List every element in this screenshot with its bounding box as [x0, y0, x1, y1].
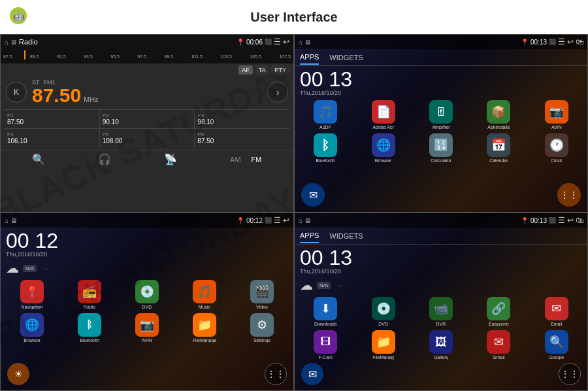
rec-icon-4: ⬛: [549, 217, 556, 224]
menu-icon-4[interactable]: ☰: [558, 216, 565, 225]
app-browser-home[interactable]: 🌐 Browser: [5, 313, 59, 343]
app-filemanage-home[interactable]: 📁 FileManage: [177, 313, 232, 343]
app-google[interactable]: 🔍 Google: [530, 330, 583, 360]
app-video[interactable]: 🎬 Video: [235, 280, 289, 309]
fm-label[interactable]: FM: [252, 156, 262, 163]
app-easyconn[interactable]: 🔗 Easyconn: [472, 297, 525, 326]
grid2-float-icon[interactable]: ⋮⋮: [265, 363, 287, 385]
clock-label: Clock: [551, 158, 563, 163]
a2dp-icon: 🎵: [314, 100, 337, 124]
home-icon[interactable]: ⌂: [5, 39, 8, 46]
clock-time-bottom: 00 13: [300, 247, 582, 268]
back-icon-3[interactable]: ↩: [283, 216, 289, 225]
app-dvr[interactable]: 📹 DVR: [414, 297, 468, 326]
k-button[interactable]: K: [6, 82, 27, 103]
grid3-float-icon[interactable]: ⋮⋮: [559, 363, 581, 385]
headphone-icon[interactable]: 🎧: [98, 153, 111, 165]
dvd-label: DVD: [142, 305, 152, 309]
app-email[interactable]: ✉ Email: [530, 297, 583, 326]
pty-button[interactable]: PTY: [271, 65, 289, 75]
app-downloads[interactable]: ⬇ Downloads: [299, 297, 352, 326]
app-navigation[interactable]: 📍 Navigation: [5, 280, 59, 309]
app-gallery[interactable]: 🖼 Gallery: [414, 330, 468, 360]
preset-5[interactable]: P5 108.00: [100, 129, 195, 147]
preset-2[interactable]: P2 90.10: [100, 110, 195, 128]
af-button[interactable]: AF: [238, 65, 253, 75]
mail-float-icon[interactable]: ✉: [301, 183, 325, 207]
location-icon: 📍: [237, 39, 244, 46]
apkinstaller-label: ApkInstalle: [487, 125, 510, 129]
tab-apps-bottom[interactable]: APPS: [300, 229, 319, 243]
preset-3[interactable]: P3 98.10: [195, 110, 289, 128]
app-amplifier[interactable]: 🎚 Amplifier: [414, 100, 468, 129]
sun-float-icon[interactable]: ☀: [7, 363, 29, 385]
home-icon-2[interactable]: ⌂: [299, 39, 302, 46]
app-bluetooth-home[interactable]: ᛒ Bluetooth: [62, 313, 117, 343]
app-a2dp[interactable]: 🎵 A2DP: [299, 100, 352, 129]
menu-icon[interactable]: ☰: [274, 37, 281, 46]
am-label[interactable]: AM: [230, 156, 241, 163]
bag-icon-2[interactable]: 🛍: [576, 216, 583, 225]
record-icon: ⬛: [265, 39, 272, 45]
home-clock-time: 00 12: [6, 230, 288, 251]
app-calendar[interactable]: 📅 Calendar: [472, 133, 525, 163]
search-icon[interactable]: 🔍: [32, 153, 45, 165]
bag-icon[interactable]: 🛍: [576, 37, 583, 46]
tab-widgets[interactable]: WIDGETS: [329, 51, 363, 64]
panel-radio: ⌂ 🖥 Radio 📍 00:06 ⬛ ☰ ↩ 87.589.591.593.5…: [0, 34, 294, 212]
tab-widgets-bottom[interactable]: WIDGETS: [329, 230, 363, 243]
app-apkinstaller[interactable]: 📦 ApkInstalle: [472, 100, 525, 129]
clock-date-bottom: Thu,2016/10/20: [300, 268, 582, 275]
app-avin[interactable]: 📷 AVIN: [530, 100, 583, 129]
broadcast-icon[interactable]: 📡: [164, 153, 177, 165]
freq-scale: 87.589.591.593.595.5 97.599.5101.5103.51…: [3, 54, 291, 59]
fcam-icon: 🎞: [314, 330, 337, 354]
menu-icon-3[interactable]: ☰: [274, 216, 281, 225]
menu-icon-2[interactable]: ☰: [558, 37, 565, 46]
app-fcam[interactable]: 🎞 F-Cam: [299, 330, 352, 360]
app-settings-home[interactable]: ⚙ Settings: [235, 313, 289, 343]
app-gmail[interactable]: ✉ Gmail: [472, 330, 525, 360]
app-browser[interactable]: 🌐 Browser: [356, 133, 410, 163]
apps-bottom-tabs: APPS WIDGETS: [295, 228, 587, 245]
panels-grid: ⌂ 🖥 Radio 📍 00:06 ⬛ ☰ ↩ 87.589.591.593.5…: [0, 34, 588, 391]
back-icon-2[interactable]: ↩: [567, 37, 574, 46]
tab-apps[interactable]: APPS: [300, 50, 319, 65]
app-music[interactable]: 🎵 Music: [177, 280, 232, 309]
home-icon-3[interactable]: ⌂: [5, 217, 8, 224]
home-icon-4[interactable]: ⌂: [299, 217, 302, 224]
radio-unit: MHz: [84, 95, 99, 103]
screen-icon-3: 🖥: [10, 217, 17, 224]
ta-button[interactable]: TA: [255, 65, 269, 75]
app-calculator[interactable]: 🔢 Calculator: [414, 133, 468, 163]
back-icon-4[interactable]: ↩: [567, 216, 574, 225]
mail-float-icon-2[interactable]: ✉: [301, 363, 323, 385]
app-adobe[interactable]: 📄 Adobe Acr: [356, 100, 410, 129]
radio-info: ST FM1 87.50 MHz: [32, 79, 262, 105]
apps-bottom-time: 00:13: [531, 217, 547, 224]
next-button[interactable]: ›: [267, 82, 288, 103]
weather-icon: ☁: [6, 260, 19, 276]
app-avin-home[interactable]: 📷 AVIN: [120, 313, 174, 343]
app-radio[interactable]: 📻 Radio: [62, 280, 117, 309]
app-filemanag[interactable]: 📁 FileManag: [356, 330, 410, 360]
app-dvd-bottom[interactable]: 💿 DVD: [356, 297, 410, 326]
app-bluetooth[interactable]: ᛒ Bluetooth: [299, 133, 352, 163]
browser-home-label: Browser: [24, 338, 41, 343]
back-icon[interactable]: ↩: [283, 37, 289, 46]
app-clock[interactable]: 🕐 Clock: [530, 133, 583, 163]
preset-1[interactable]: P1 87.50: [5, 110, 100, 128]
dvd-bottom-label: DVD: [378, 322, 388, 326]
filemanage-home-label: FileManage: [193, 338, 217, 343]
screen-icon-2: 🖥: [304, 39, 311, 46]
app-dvd[interactable]: 💿 DVD: [120, 280, 174, 309]
grid-float-icon[interactable]: ⋮⋮: [557, 183, 581, 207]
preset-4[interactable]: P4 106.10: [5, 129, 100, 147]
fcam-label: F-Cam: [319, 355, 333, 360]
page-title: User Interface: [250, 10, 337, 25]
adobe-icon: 📄: [372, 100, 395, 124]
preset-6[interactable]: P6 87.50: [195, 129, 289, 147]
browser-label: Browser: [375, 158, 392, 163]
freq-scale-bar: 87.589.591.593.595.5 97.599.5101.5103.51…: [1, 49, 293, 63]
calendar-label: Calendar: [489, 158, 508, 163]
